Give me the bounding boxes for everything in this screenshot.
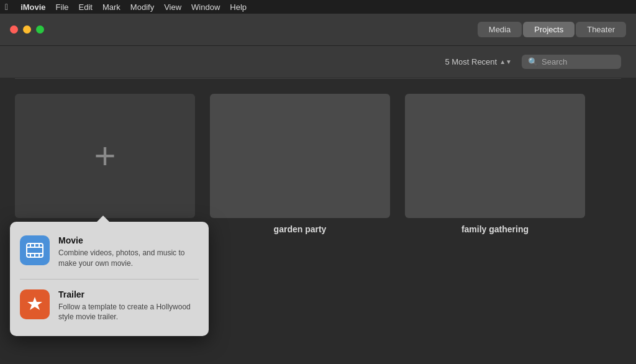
family-gathering-thumb[interactable]	[405, 94, 585, 218]
popup-movie-title: Movie	[58, 235, 199, 245]
garden-party-thumb[interactable]	[210, 94, 390, 218]
tab-media[interactable]: Media	[478, 22, 522, 37]
popup-divider	[20, 279, 199, 280]
close-button[interactable]	[10, 25, 18, 34]
traffic-lights	[10, 25, 44, 34]
menu-imovie[interactable]: iMovie	[20, 2, 45, 12]
minimize-button[interactable]	[23, 25, 31, 34]
svg-rect-1	[27, 247, 43, 248]
popup-movie-item[interactable]: Movie Combine videos, photos, and music …	[10, 229, 209, 275]
popup-movie-text: Movie Combine videos, photos, and music …	[58, 235, 199, 269]
family-gathering-label: family gathering	[461, 224, 529, 234]
project-card-garden-party: garden party	[210, 94, 390, 234]
popup-trailer-description: Follow a template to create a Hollywood …	[58, 302, 199, 323]
menu-modify[interactable]: Modify	[130, 2, 154, 12]
menu-help[interactable]: Help	[230, 2, 247, 12]
search-input[interactable]	[542, 57, 616, 66]
tab-projects[interactable]: Projects	[523, 22, 575, 37]
new-project-card: +	[15, 94, 195, 218]
main-tab-group: Media Projects Theater	[478, 22, 626, 37]
popup-trailer-title: Trailer	[58, 289, 199, 299]
popup-movie-description: Combine videos, photos, and music to mak…	[58, 248, 199, 269]
chevron-down-icon: ▲▼	[499, 58, 512, 65]
svg-rect-6	[30, 254, 31, 257]
menu-mark[interactable]: Mark	[102, 2, 120, 12]
svg-rect-4	[34, 243, 35, 247]
menu-view[interactable]: View	[164, 2, 181, 12]
toolbar: 5 Most Recent ▲▼ 🔍	[0, 46, 636, 78]
svg-marker-9	[27, 297, 42, 310]
popup-trailer-text: Trailer Follow a template to create a Ho…	[58, 289, 199, 323]
svg-rect-2	[27, 253, 43, 254]
search-box[interactable]: 🔍	[522, 55, 621, 69]
new-project-popup: Movie Combine videos, photos, and music …	[10, 222, 209, 336]
menu-edit[interactable]: Edit	[79, 2, 93, 12]
content-area: + garden party family gathering	[0, 79, 636, 249]
menu-file[interactable]: File	[56, 2, 69, 12]
svg-rect-3	[30, 243, 31, 247]
menu-window[interactable]: Window	[191, 2, 220, 12]
new-project-button[interactable]: +	[15, 94, 195, 218]
filter-label: 5 Most Recent	[445, 57, 497, 66]
svg-rect-7	[34, 254, 35, 257]
apple-logo-icon: 	[5, 2, 8, 12]
trailer-icon	[20, 289, 50, 319]
popup-trailer-item[interactable]: Trailer Follow a template to create a Ho…	[10, 283, 209, 329]
tab-theater[interactable]: Theater	[576, 22, 626, 37]
svg-rect-8	[39, 254, 40, 257]
garden-party-label: garden party	[274, 224, 327, 234]
movie-icon	[20, 235, 50, 265]
search-icon: 🔍	[528, 57, 538, 66]
maximize-button[interactable]	[36, 25, 44, 34]
plus-icon: +	[94, 137, 116, 175]
project-card-family-gathering: family gathering	[405, 94, 585, 234]
menu-bar:  iMovie File Edit Mark Modify View Wind…	[0, 0, 636, 14]
title-bar: Media Projects Theater	[0, 14, 636, 46]
svg-rect-5	[39, 243, 40, 247]
filter-dropdown[interactable]: 5 Most Recent ▲▼	[445, 57, 512, 66]
